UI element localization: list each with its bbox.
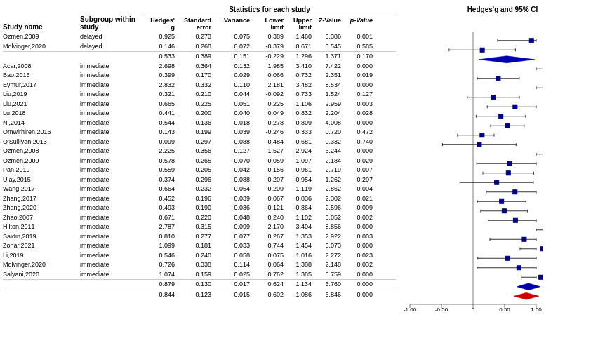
lower-value: 0.067 xyxy=(250,194,284,204)
var-value: 0.054 xyxy=(211,184,250,194)
z-value: 2.148 xyxy=(312,260,341,270)
p-value: 0.004 xyxy=(341,184,373,194)
svg-rect-68 xyxy=(506,171,510,175)
table-row: Zhao,2007 immediate 0.671 0.220 0.048 0.… xyxy=(3,213,396,223)
subgroup-value: immediate xyxy=(80,109,143,119)
upper-value: 0.732 xyxy=(284,71,312,81)
lower-value: 0.225 xyxy=(250,100,284,109)
se-header: Standarderror xyxy=(175,17,211,31)
study-name: Li,2019 xyxy=(3,251,80,261)
z-value: 6.846 xyxy=(312,290,341,300)
p-value: 0.000 xyxy=(341,81,373,90)
subgroup-value: immediate xyxy=(80,213,143,223)
study-name: Lu,2018 xyxy=(3,109,80,119)
p-value: 0.021 xyxy=(341,194,373,204)
lower-value: 0.066 xyxy=(250,71,284,81)
subgroup-value: immediate xyxy=(80,270,143,280)
var-value: 0.042 xyxy=(211,166,250,175)
p-value: 0.029 xyxy=(341,156,373,166)
table-row: Ozmen,2009 delayed 0.925 0.273 0.075 0.3… xyxy=(3,32,396,42)
upper-value: 1.454 xyxy=(284,241,312,251)
table-row: Li,2019 immediate 0.546 0.240 0.058 0.07… xyxy=(3,251,396,261)
svg-rect-52 xyxy=(480,133,484,137)
z-value: 1.371 xyxy=(312,52,341,62)
var-value: 0.017 xyxy=(211,280,250,290)
study-name: Acar,2008 xyxy=(3,62,80,72)
se-value: 0.190 xyxy=(175,203,211,213)
upper-value: 0.961 xyxy=(284,166,312,175)
svg-rect-108 xyxy=(517,266,521,270)
z-value: 8.856 xyxy=(312,222,341,232)
study-name: Liu,2019 xyxy=(3,90,80,100)
svg-text:0: 0 xyxy=(472,306,475,313)
svg-rect-76 xyxy=(513,190,517,194)
z-value: 6.760 xyxy=(312,280,341,290)
upper-value: 0.864 xyxy=(284,203,312,213)
main-container: Study name Subgroup within study Statist… xyxy=(0,0,605,325)
upper-header: Upperlimit xyxy=(284,17,312,31)
hedges-value: 0.664 xyxy=(143,184,175,194)
upper-value: 3.482 xyxy=(284,81,312,90)
study-name: Eymur,2017 xyxy=(3,81,80,90)
var-value: 0.088 xyxy=(211,137,250,147)
hedges-value: 0.146 xyxy=(143,42,175,52)
subgroup-value: delayed xyxy=(80,32,143,42)
upper-value: 1.097 xyxy=(284,156,312,166)
lower-value: 0.156 xyxy=(250,166,284,175)
lower-value: 0.624 xyxy=(250,280,284,290)
hedges-value: 0.533 xyxy=(143,52,175,62)
upper-value: 0.832 xyxy=(284,109,312,119)
upper-value: 1.388 xyxy=(284,260,312,270)
var-value: 0.051 xyxy=(211,100,250,109)
upper-value: 0.836 xyxy=(284,194,312,204)
subgroup-value: immediate xyxy=(80,184,143,194)
var-value: 0.110 xyxy=(211,81,250,90)
upper-value: 1.353 xyxy=(284,232,312,242)
stats-subheaders: Hedges'g Standarderror Variance Lowerlim… xyxy=(143,17,396,31)
lower-value: -0.379 xyxy=(250,42,284,52)
subgroup-value: delayed xyxy=(80,42,143,52)
se-value: 0.159 xyxy=(175,270,211,280)
upper-value: 1.119 xyxy=(284,184,312,194)
table-row: Zhang,2020 immediate 0.493 0.190 0.036 0… xyxy=(3,203,396,213)
stats-title: Statistics for each study xyxy=(143,6,396,15)
hedges-value: 0.726 xyxy=(143,260,175,270)
upper-value: 1.016 xyxy=(284,251,312,261)
study-name: Salyani,2020 xyxy=(3,270,80,280)
p-value: 0.000 xyxy=(341,280,373,290)
study-name: Zohar,2021 xyxy=(3,241,80,251)
table-row: Wang,2017 immediate 0.664 0.232 0.054 0.… xyxy=(3,184,396,194)
subgroup-value: immediate xyxy=(80,137,143,147)
table-row: Molvinger,2020 delayed 0.146 0.268 0.072… xyxy=(3,42,396,52)
var-value: 0.127 xyxy=(211,147,250,156)
p-value: 0.170 xyxy=(341,52,373,62)
svg-text:-1.00: -1.00 xyxy=(404,306,417,313)
svg-rect-40 xyxy=(513,105,517,109)
p-value: 0.000 xyxy=(341,290,373,300)
var-header: Variance xyxy=(211,17,250,31)
p-value: 0.032 xyxy=(341,260,373,270)
z-value: 0.332 xyxy=(312,137,341,147)
svg-rect-96 xyxy=(522,237,526,241)
hedges-header: Hedges'g xyxy=(143,17,175,31)
p-value: 0.127 xyxy=(341,90,373,100)
var-value: 0.151 xyxy=(211,52,250,62)
z-value: 2.862 xyxy=(312,184,341,194)
upper-value: 3.404 xyxy=(284,222,312,232)
se-value: 0.265 xyxy=(175,156,211,166)
hedges-value: 0.925 xyxy=(143,32,175,42)
z-value: 2.302 xyxy=(312,194,341,204)
forest-section: Hedges'g and 95% CI -1.00-0.5000.501.00 xyxy=(396,6,602,322)
svg-text:-0.50: -0.50 xyxy=(435,306,448,313)
z-value: 2.959 xyxy=(312,100,341,109)
layout: Study name Subgroup within study Statist… xyxy=(3,6,602,322)
hedges-value: 1.099 xyxy=(143,241,175,251)
lower-value: 2.181 xyxy=(250,81,284,90)
p-value: 0.000 xyxy=(341,62,373,72)
var-value: 0.114 xyxy=(211,260,250,270)
p-value: 0.002 xyxy=(341,213,373,223)
data-rows: Ozmen,2009 delayed 0.925 0.273 0.075 0.3… xyxy=(3,32,396,299)
lower-value: 1.985 xyxy=(250,62,284,72)
se-value: 0.181 xyxy=(175,241,211,251)
table-row: 0.533 0.389 0.151 -0.229 1.296 1.371 0.1… xyxy=(3,51,396,62)
